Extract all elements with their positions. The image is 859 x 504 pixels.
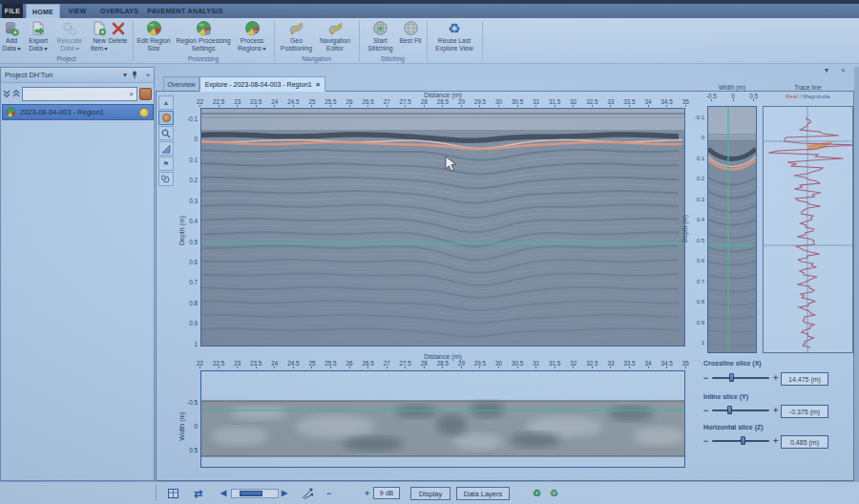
refresh-icon[interactable]: ♻ (533, 489, 541, 498)
collapse-all-icon[interactable] (12, 89, 20, 98)
swap-arrows-icon[interactable]: ⇄ (194, 489, 202, 499)
plan-y-axis-title: Width (m) (178, 404, 185, 450)
reuse-last-explore-view-label: Reuse Last Explore View (435, 37, 473, 52)
axis-tick: 0.7 (697, 279, 704, 284)
window-right-edge (854, 67, 859, 481)
crossline-slice-plus[interactable]: + (773, 374, 778, 382)
group-label-stitching: Stitching (359, 55, 427, 62)
crossline-slice-thumb[interactable] (729, 373, 734, 382)
horizontal-slice-view[interactable] (200, 370, 685, 468)
database-add-icon (0, 20, 23, 36)
docarea-caret-down-icon[interactable]: ▾ (825, 66, 828, 74)
refresh-all-icon[interactable]: ♻ (550, 489, 558, 498)
panel-caret-down-icon[interactable]: ▾ (119, 71, 131, 79)
horizontal-slice-minus[interactable]: − (703, 437, 708, 445)
flag-tool-button[interactable]: ⚑ (158, 157, 174, 171)
scrollbar-thumb[interactable] (240, 491, 262, 496)
tab-explore-region1[interactable]: Explore - 2023-08-04-003 - Region1 × (199, 76, 325, 92)
axis-tick: 0.1 (697, 156, 704, 161)
main-x-axis-ticks: 2222.52323.52424.52525.52626.52727.52828… (197, 98, 689, 107)
axis-tick: 24 (271, 360, 278, 368)
gain-value-box[interactable]: 9 dB (373, 487, 400, 499)
globe-stitch-icon (363, 20, 398, 36)
search-input[interactable] (23, 89, 126, 99)
axis-tick: 0.9 (189, 321, 198, 326)
delete-label: Delete (109, 37, 128, 44)
zoom-tool-button[interactable] (158, 126, 174, 140)
docarea-close-icon[interactable]: × (841, 66, 846, 74)
crossline-slice-view[interactable] (707, 106, 757, 353)
scroll-right-icon[interactable]: ▶ (282, 490, 287, 497)
application-window: FILE HOME VIEW OVERLAYS PAVEMENT ANALYSI… (0, 0, 859, 504)
statusbar-separator (156, 484, 157, 501)
region-processing-settings-label: Region Processing Settings (176, 37, 230, 52)
inline-slice-slider[interactable] (712, 410, 769, 411)
data-layers-button[interactable]: Data Layers (456, 487, 510, 500)
group-label-project: Project (0, 55, 133, 62)
plan-x-axis-title: Distance (m) (200, 353, 685, 360)
pointer-tool-button[interactable] (158, 111, 174, 125)
status-bar: ⇄ ◀ ▶ − + 9 dB Display Data Layers ♻ ♻ (0, 481, 859, 504)
trace-panel-subtitle: Real / Magnitude (763, 93, 853, 99)
pie-chart-play-icon (234, 20, 270, 36)
gain-plus[interactable]: + (365, 490, 369, 498)
axis-tick: 34.5 (660, 360, 672, 368)
measure-tool-button[interactable] (158, 141, 174, 156)
inline-slice-thumb[interactable] (727, 406, 732, 414)
trace-line-view[interactable] (763, 106, 853, 353)
axis-tick: 0.3 (189, 199, 198, 204)
horizontal-slice-value[interactable]: 0.485 (m) (781, 435, 828, 449)
axis-tick: -0.1 (695, 115, 704, 120)
project-panel: Project DH'Tun ▾ × × 2023-08-04-003 - Re… (0, 67, 155, 481)
scroll-left-icon[interactable]: ◀ (220, 490, 226, 497)
toolbar-collapse-button[interactable]: ▲ (158, 95, 174, 110)
crossline-slice-value[interactable]: 14.475 (m) (781, 372, 828, 386)
ribbon-tab-file[interactable]: FILE (2, 4, 23, 18)
ribbon-tab-row: FILE HOME VIEW OVERLAYS PAVEMENT ANALYSI… (0, 4, 859, 18)
horizontal-slice-thumb[interactable] (741, 436, 745, 445)
inline-slice-plus[interactable]: + (773, 407, 778, 414)
horizontal-slice-plus[interactable]: + (773, 437, 778, 445)
process-regions-label: Process Regions (238, 37, 263, 52)
inline-slice-value[interactable]: -0.375 (m) (781, 405, 828, 418)
gain-ramp-icon[interactable] (302, 488, 314, 499)
ribbon-tab-overlays[interactable]: OVERLAYS (96, 4, 142, 18)
expand-all-icon[interactable] (3, 89, 10, 98)
tab-close-icon[interactable]: × (316, 80, 321, 89)
pointer-tool-icon (162, 114, 171, 122)
axis-tick: 25 (308, 360, 315, 368)
crossline-slice-slider[interactable] (712, 377, 769, 379)
axis-tick: 29.5 (474, 98, 486, 107)
filter-icon[interactable] (139, 88, 152, 100)
group-divider (482, 21, 483, 61)
ribbon-tab-pavement-analysis[interactable]: PAVEMENT ANALYSIS (145, 4, 225, 18)
crossline-slice-minus[interactable]: − (703, 374, 708, 382)
crossline-slice-label: Crossline slice (X) (703, 360, 762, 367)
layout-grid-icon[interactable] (168, 489, 178, 498)
ribbon-tab-home[interactable]: HOME (26, 4, 60, 18)
horizontal-scrollbar[interactable] (231, 489, 279, 498)
axis-tick: 35 (682, 360, 689, 368)
rotate-tool-button[interactable] (158, 172, 174, 186)
main-radargram-view[interactable] (200, 108, 685, 346)
bulb-icon[interactable] (139, 108, 149, 117)
tab-overview[interactable]: Overview (163, 76, 199, 92)
axis-tick: 30 (495, 360, 502, 368)
panel-close-icon[interactable]: × (142, 71, 154, 79)
search-clear-icon[interactable]: × (126, 90, 136, 98)
reuse-last-explore-view-button[interactable]: ♻ Reuse Last Explore View (430, 20, 478, 62)
display-button[interactable]: Display (410, 487, 450, 500)
plan-x-axis-ticks: 2222.52323.52424.52525.52626.52727.52828… (197, 360, 689, 368)
axis-tick: 31 (533, 360, 539, 368)
trace-magnitude-label: Magnitude (803, 93, 830, 99)
axis-tick: 0.5 (749, 93, 758, 101)
panel-pin-icon[interactable] (131, 71, 142, 79)
gain-minus[interactable]: − (326, 490, 331, 498)
ribbon-tab-view[interactable]: VIEW (63, 4, 92, 18)
axis-tick: 26.5 (362, 360, 373, 368)
axis-tick: 22 (197, 98, 203, 107)
tree-item-region1[interactable]: 2023-08-04-003 - Region1 (2, 104, 154, 120)
axis-tick: 26.5 (362, 98, 373, 107)
axis-tick: 25.5 (325, 360, 336, 368)
inline-slice-minus[interactable]: − (703, 407, 708, 414)
